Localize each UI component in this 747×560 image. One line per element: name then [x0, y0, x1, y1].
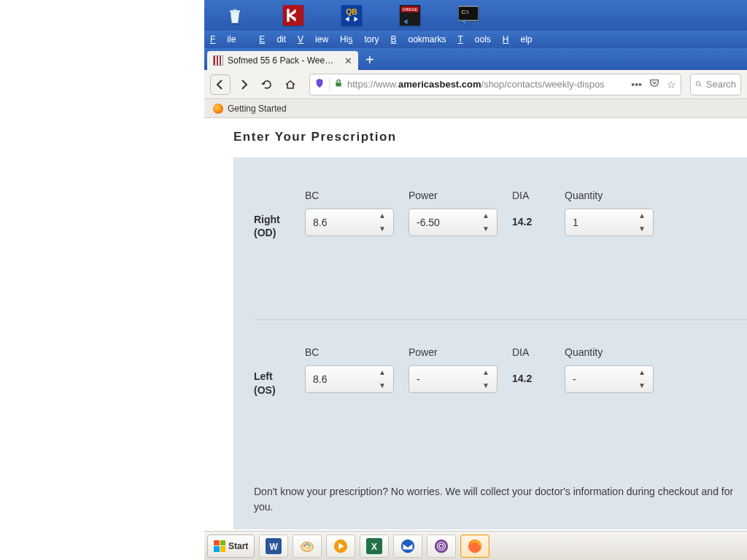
bookmark-getting-started[interactable]: Getting Started: [228, 104, 287, 114]
menu-bookmarks[interactable]: Bookmarks: [390, 34, 446, 44]
browser-navbar: https://www.americasbest.com/shop/contac…: [204, 70, 747, 99]
svg-text:KRIDGE: KRIDGE: [403, 7, 418, 12]
desktop-icon-bar: QB KRIDGE C:\: [204, 0, 747, 31]
right-quantity-stepper[interactable]: 1 ▲▼: [565, 209, 654, 236]
taskbar-thunderbird-icon[interactable]: [393, 534, 422, 558]
col-header-dia: DIA: [512, 190, 565, 201]
browser-window: File Edit View History Bookmarks Tools H…: [204, 31, 747, 531]
left-dia-value: 14.2: [512, 365, 565, 384]
svg-point-15: [309, 544, 311, 546]
left-eye-label: Left(OS): [254, 365, 305, 396]
reader-pocket-icon[interactable]: [649, 78, 659, 90]
chevron-down-icon[interactable]: ▼: [379, 382, 389, 389]
menu-help[interactable]: Help: [503, 34, 533, 44]
search-bar[interactable]: Search: [690, 74, 741, 96]
right-power-stepper[interactable]: -6.50 ▲▼: [409, 209, 498, 236]
browser-menubar: File Edit View History Bookmarks Tools H…: [204, 31, 747, 48]
svg-text:QB: QB: [346, 7, 357, 16]
col-header-dia: DIA: [512, 346, 565, 358]
col-header-quantity: Quantity: [565, 190, 668, 201]
tab-title: Sofmed 55 6 Pack - Weekly Dispos: [228, 55, 337, 66]
kaspersky-icon[interactable]: [283, 5, 303, 26]
browser-tab[interactable]: Sofmed 55 6 Pack - Weekly Dispos ✕: [207, 51, 358, 70]
prescription-form: BC Power DIA Quantity Right(OD) 8.6 ▲▼: [233, 158, 747, 529]
taskbar-excel-icon[interactable]: X: [360, 534, 389, 558]
start-button[interactable]: Start: [207, 534, 255, 558]
chevron-up-icon[interactable]: ▲: [379, 212, 389, 219]
col-header-bc: BC: [305, 190, 409, 201]
tracking-shield-icon[interactable]: [314, 78, 325, 90]
taskbar-tor-icon[interactable]: [427, 534, 456, 558]
desktop-background: [0, 0, 204, 560]
prescription-note: Don't know your prescription? No worries…: [254, 484, 747, 515]
left-power-stepper[interactable]: - ▲▼: [409, 365, 498, 393]
nav-back-button[interactable]: [210, 74, 231, 95]
windows-logo-icon: [214, 540, 225, 552]
menu-edit[interactable]: Edit: [259, 34, 286, 44]
search-icon: [695, 79, 703, 89]
taskbar-paint-icon[interactable]: [293, 534, 322, 558]
svg-point-16: [309, 547, 311, 549]
svg-point-13: [303, 544, 306, 546]
left-bc-stepper[interactable]: 8.6 ▲▼: [305, 365, 394, 393]
recycle-bin-icon[interactable]: [225, 5, 245, 26]
lock-icon: [334, 79, 343, 90]
svg-point-22: [435, 539, 448, 552]
left-quantity-stepper[interactable]: - ▲▼: [565, 365, 654, 393]
menu-file[interactable]: File: [210, 34, 247, 44]
url-text: https://www.americasbest.com/shop/contac…: [347, 79, 624, 90]
cmd-icon[interactable]: C:\: [458, 5, 479, 26]
svg-point-21: [401, 539, 414, 552]
nav-forward-button[interactable]: [233, 74, 254, 95]
nav-reload-button[interactable]: [257, 74, 277, 95]
chevron-up-icon[interactable]: ▲: [482, 369, 492, 376]
svg-text:W: W: [270, 541, 279, 551]
right-eye-label: Right(OD): [254, 209, 305, 239]
chevron-down-icon[interactable]: ▼: [638, 382, 649, 389]
svg-rect-8: [336, 82, 341, 86]
svg-point-9: [696, 82, 700, 86]
firefox-icon: [213, 104, 223, 114]
chevron-down-icon[interactable]: ▼: [638, 225, 649, 233]
chevron-up-icon[interactable]: ▲: [638, 369, 649, 376]
svg-text:C:\: C:\: [461, 9, 469, 15]
col-header-power: Power: [409, 346, 512, 358]
right-dia-value: 14.2: [512, 209, 565, 228]
qb-app-icon[interactable]: QB: [341, 5, 362, 26]
svg-point-14: [306, 542, 309, 545]
taskbar-mediaplayer-icon[interactable]: [326, 534, 355, 558]
row-divider: [254, 319, 747, 320]
url-bar[interactable]: https://www.americasbest.com/shop/contac…: [309, 74, 681, 96]
svg-text:X: X: [371, 541, 377, 551]
taskbar-word-icon[interactable]: W: [259, 534, 288, 558]
kridge-app-icon[interactable]: KRIDGE: [400, 5, 420, 26]
windows-taskbar: Start W X: [204, 531, 747, 560]
col-header-quantity: Quantity: [565, 346, 668, 358]
chevron-down-icon[interactable]: ▼: [482, 225, 492, 233]
svg-rect-0: [283, 5, 303, 26]
nav-home-button[interactable]: [280, 74, 301, 95]
col-header-bc: BC: [305, 346, 409, 358]
page-content: Enter Your Prescription BC Power DIA Qua…: [204, 118, 747, 531]
chevron-up-icon[interactable]: ▲: [482, 212, 492, 219]
new-tab-button[interactable]: +: [365, 52, 374, 69]
tab-favicon-icon: [213, 55, 223, 66]
search-placeholder: Search: [706, 79, 736, 90]
page-actions-icon[interactable]: •••: [631, 79, 642, 90]
chevron-up-icon[interactable]: ▲: [379, 369, 389, 376]
chevron-down-icon[interactable]: ▼: [482, 382, 492, 389]
menu-tools[interactable]: Tools: [457, 34, 490, 44]
chevron-down-icon[interactable]: ▼: [379, 225, 389, 233]
chevron-up-icon[interactable]: ▲: [638, 212, 649, 219]
bookmark-star-icon[interactable]: ☆: [667, 79, 676, 90]
col-header-power: Power: [409, 190, 512, 201]
menu-view[interactable]: View: [298, 34, 328, 44]
taskbar-firefox-icon[interactable]: [460, 534, 489, 558]
page-title: Enter Your Prescription: [233, 130, 747, 144]
right-bc-stepper[interactable]: 8.6 ▲▼: [305, 209, 394, 236]
tab-strip: Sofmed 55 6 Pack - Weekly Dispos ✕ +: [204, 48, 747, 70]
tab-close-icon[interactable]: ✕: [344, 55, 352, 66]
bookmarks-toolbar: Getting Started: [204, 99, 747, 118]
menu-history[interactable]: History: [340, 34, 379, 44]
